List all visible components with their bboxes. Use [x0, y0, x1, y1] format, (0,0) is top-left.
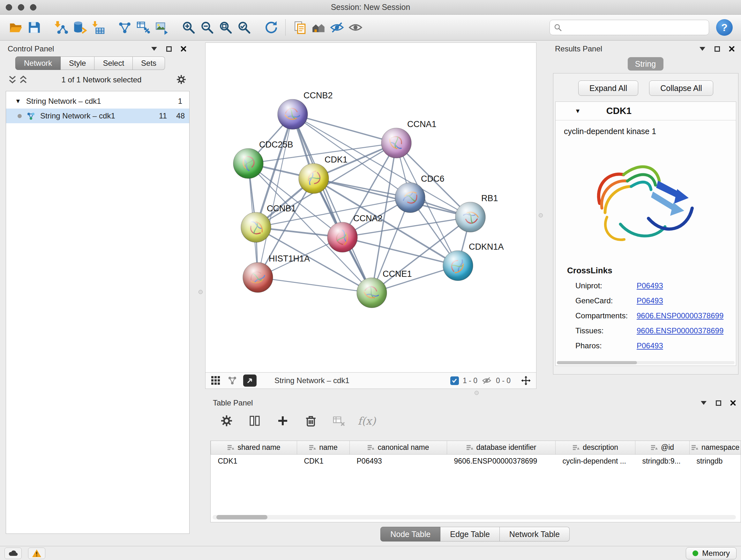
- horizontal-splitter-handle[interactable]: [475, 391, 479, 395]
- search-box[interactable]: [549, 20, 709, 35]
- tab-network[interactable]: Network: [15, 57, 61, 70]
- tab-style[interactable]: Style: [61, 57, 94, 70]
- expand-all-button[interactable]: Expand All: [578, 80, 638, 96]
- node-CDKN1A[interactable]: CDKN1A: [443, 242, 504, 281]
- refresh-button[interactable]: [262, 18, 280, 37]
- help-button[interactable]: ?: [716, 19, 733, 36]
- save-session-button[interactable]: [25, 18, 44, 37]
- network-row[interactable]: String Network – cdk1 11 48: [6, 109, 189, 123]
- close-window-button[interactable]: [6, 4, 12, 10]
- delete-column-button[interactable]: [301, 411, 320, 430]
- vertical-splitter-handle-left[interactable]: [199, 290, 203, 294]
- control-panel-menu-button[interactable]: [150, 45, 158, 53]
- tab-edge-table[interactable]: Edge Table: [441, 527, 500, 542]
- import-table-from-file-button[interactable]: [89, 18, 107, 37]
- search-input[interactable]: [564, 23, 705, 32]
- tab-sets[interactable]: Sets: [133, 57, 165, 70]
- maximize-window-button[interactable]: [30, 4, 37, 10]
- collapse-all-chevrons-icon[interactable]: [18, 75, 29, 84]
- home-button[interactable]: [309, 18, 328, 37]
- table-panel-float-button[interactable]: [714, 399, 723, 407]
- import-network-icon: [54, 20, 68, 35]
- zoom-fit-button[interactable]: [216, 18, 235, 37]
- table-panel-close-button[interactable]: [729, 399, 737, 407]
- zoom-out-button[interactable]: [198, 18, 216, 37]
- control-panel-close-button[interactable]: [179, 45, 188, 53]
- column-header-canonical-name[interactable]: canonical name: [350, 441, 447, 454]
- column-header-description[interactable]: description: [556, 441, 635, 454]
- zoom-selected-button[interactable]: [235, 18, 253, 37]
- import-network-from-database-button[interactable]: [70, 18, 89, 37]
- column-header-@id[interactable]: @id: [635, 441, 690, 454]
- node-HIST1H1A[interactable]: HIST1H1A: [243, 254, 310, 293]
- delete-table-button[interactable]: [330, 411, 348, 430]
- new-network-from-table-button[interactable]: [134, 18, 152, 37]
- crosslink-link[interactable]: 9606.ENSP00000378699: [636, 326, 724, 335]
- column-header-name[interactable]: name: [297, 441, 350, 454]
- minimize-window-button[interactable]: [18, 4, 24, 10]
- show-columns-button[interactable]: [246, 411, 264, 430]
- memory-button[interactable]: Memory: [686, 547, 737, 559]
- network-overview-button[interactable]: [226, 375, 238, 386]
- node-CCNA1[interactable]: CCNA1: [381, 119, 436, 158]
- create-column-button[interactable]: [273, 411, 292, 430]
- network-collection-row[interactable]: ▼ String Network – cdk1 1: [6, 94, 189, 109]
- edge-CCNB2-CCNE1[interactable]: [293, 114, 372, 293]
- tab-network-table[interactable]: Network Table: [500, 527, 569, 542]
- new-network-button[interactable]: [116, 18, 134, 37]
- results-panel-close-button[interactable]: [728, 45, 736, 53]
- network-options-button[interactable]: [174, 73, 188, 87]
- grid-icon: [211, 375, 221, 386]
- edge-HIST1H1A-CCNE1[interactable]: [258, 277, 372, 293]
- node-RB1[interactable]: RB1: [455, 193, 498, 232]
- hidden-counts: 0 - 0: [496, 376, 511, 385]
- collection-disclosure-icon[interactable]: ▼: [15, 98, 21, 105]
- birdseye-view-button[interactable]: [243, 374, 257, 387]
- import-network-from-file-button[interactable]: [52, 18, 70, 37]
- vertical-splitter-handle-right[interactable]: [539, 213, 543, 217]
- column-header-database-identifier[interactable]: database identifier: [447, 441, 556, 454]
- tab-node-table[interactable]: Node Table: [381, 527, 441, 542]
- crosslink-link[interactable]: P06493: [636, 341, 663, 350]
- table-options-button[interactable]: [217, 411, 236, 430]
- tab-string[interactable]: String: [628, 57, 664, 71]
- column-header-namespace[interactable]: namespace: [690, 441, 741, 454]
- table-horizontal-scrollbar[interactable]: [212, 515, 736, 519]
- edge-CCNB2-CCNA1[interactable]: [293, 114, 396, 143]
- hide-selected-button[interactable]: [328, 18, 346, 37]
- table-panel-menu-button[interactable]: [699, 399, 708, 407]
- selected-checkbox-icon[interactable]: [450, 376, 459, 385]
- show-all-button[interactable]: [346, 18, 365, 37]
- fit-selection-button[interactable]: [520, 375, 532, 386]
- zoom-in-button[interactable]: [179, 18, 198, 37]
- copy-button[interactable]: [291, 18, 309, 37]
- crosslink-link[interactable]: P06493: [636, 296, 663, 305]
- table-row[interactable]: CDK1CDK1P064939606.ENSP00000378699cyclin…: [211, 454, 741, 468]
- node-CCNE1[interactable]: CCNE1: [357, 269, 412, 308]
- results-scrollbar[interactable]: [557, 361, 735, 364]
- node-CDK1[interactable]: CDK1: [299, 155, 347, 193]
- table-cell: stringdb:9...: [635, 454, 690, 468]
- node-CCNB1[interactable]: CCNB1: [241, 204, 296, 242]
- results-panel-float-button[interactable]: [713, 45, 721, 53]
- crosslink-link[interactable]: P06493: [636, 281, 663, 290]
- open-session-button[interactable]: [6, 18, 25, 37]
- collapse-all-button[interactable]: Collapse All: [649, 80, 713, 96]
- column-header-shared-name[interactable]: shared name: [211, 441, 297, 454]
- tab-select[interactable]: Select: [94, 57, 133, 70]
- expand-all-chevrons-icon[interactable]: [7, 75, 18, 84]
- network-canvas[interactable]: CCNB2CCNA1CDC25BCDK1CDC6RB1CCNB1CCNA2CDK…: [205, 43, 536, 372]
- function-builder-button[interactable]: f(x): [358, 415, 376, 427]
- results-panel-menu-button[interactable]: [698, 45, 706, 53]
- control-panel-float-button[interactable]: [165, 45, 173, 53]
- grid-view-button[interactable]: [210, 375, 221, 386]
- export-image-button[interactable]: [152, 18, 171, 37]
- warnings-button[interactable]: [28, 548, 45, 559]
- node-CDC25B[interactable]: CDC25B: [233, 140, 293, 179]
- node-label: RB1: [481, 193, 498, 203]
- gene-section-header[interactable]: ▼ CDK1: [556, 102, 736, 120]
- gene-disclosure-icon[interactable]: ▼: [575, 108, 581, 115]
- crosslink-link[interactable]: 9606.ENSP00000378699: [636, 311, 724, 320]
- cloud-status-button[interactable]: [4, 548, 22, 559]
- edge-CCNB2-HIST1H1A[interactable]: [258, 114, 293, 277]
